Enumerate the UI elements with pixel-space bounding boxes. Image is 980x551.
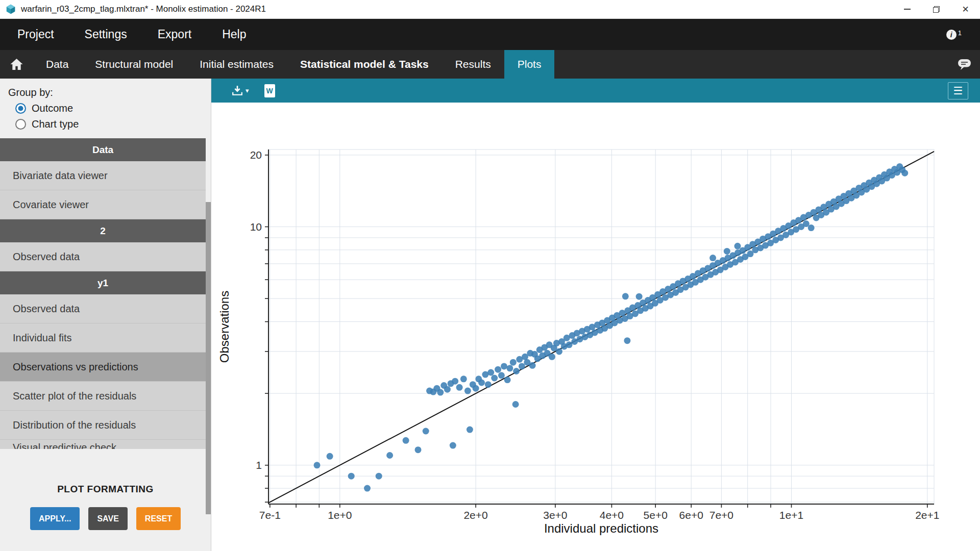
plot-formatting-buttons: APPLY...SAVERESET (0, 507, 211, 530)
scatter-point (456, 384, 463, 391)
sidebar-item-label: Covariate viewer (13, 199, 89, 211)
scatter-point (501, 363, 507, 369)
sidebar-item-label: Visual predictive check (13, 442, 116, 449)
scatter-point (464, 388, 471, 394)
apply-button[interactable]: APPLY... (30, 507, 80, 530)
window-title: warfarin_r03_2cmp_tlag.mlxtran* - Monoli… (21, 4, 266, 14)
radio-label: Chart type (32, 118, 79, 130)
home-tab[interactable] (0, 50, 33, 79)
content: Group by: OutcomeChart type DataBivariat… (0, 79, 980, 551)
tab-items: DataStructural modelInitial estimatesSta… (33, 50, 554, 79)
scatter-point (622, 293, 629, 299)
scatter-point (444, 386, 451, 393)
scatter-point (485, 381, 492, 388)
monolix-logo-icon (5, 4, 16, 15)
scatter-point (327, 453, 333, 460)
word-export-button[interactable]: W (264, 84, 275, 97)
save-button[interactable]: SAVE (88, 507, 127, 530)
sidebar-scrollbar[interactable] (206, 202, 211, 514)
scatter-point (512, 401, 519, 408)
scatter-point (549, 354, 555, 360)
download-button[interactable]: ▾ (232, 85, 249, 96)
info-badge: 1 (958, 30, 962, 36)
scatter-point (624, 337, 630, 344)
x-tick-label: 2e+0 (463, 509, 487, 521)
close-icon: ✕ (962, 4, 969, 15)
scatter-point (498, 372, 505, 379)
scatter-point (423, 428, 429, 435)
download-icon (232, 85, 243, 96)
group-by-radios: OutcomeChart type (8, 98, 211, 130)
scatter-point (460, 375, 467, 382)
sidebar-item-covariate-viewer[interactable]: Covariate viewer (0, 190, 206, 219)
window-controls: ✕ (893, 0, 980, 18)
plot-toolbar: ▾ W ☰ (211, 79, 980, 103)
menu-item-settings[interactable]: Settings (85, 28, 127, 41)
tab-statistical-model-tasks[interactable]: Statistical model & Tasks (287, 50, 442, 79)
tab-plots[interactable]: Plots (504, 50, 555, 79)
sidebar-item-observations-vs-predictions[interactable]: Observations vs predictions (0, 353, 206, 382)
radio-chart-type[interactable]: Chart type (8, 114, 211, 130)
dropdown-caret-icon: ▾ (246, 87, 249, 94)
sidebar-item-observed-data[interactable]: Observed data (0, 242, 206, 271)
scatter-point (386, 452, 393, 459)
sidebar-item-observed-data[interactable]: Observed data (0, 294, 206, 323)
sidebar-item-distribution-of-the-residuals[interactable]: Distribution of the residuals (0, 411, 206, 440)
y-tick-label: 10 (250, 221, 262, 233)
sidebar-item-bivariate-data-viewer[interactable]: Bivariate data viewer (0, 161, 206, 190)
y-axis-title: Observations (217, 291, 231, 363)
observations-vs-predictions-chart: 7e-11e+02e+03e+04e+05e+06e+07e+01e+12e+1… (211, 103, 979, 551)
menu-item-help[interactable]: Help (222, 28, 246, 41)
chat-icon (958, 59, 971, 70)
scatter-point (808, 224, 815, 231)
scatter-point (901, 170, 908, 177)
restore-button[interactable] (922, 0, 951, 18)
x-tick-label: 1e+1 (779, 509, 803, 521)
titlebar: warfarin_r03_2cmp_tlag.mlxtran* - Monoli… (0, 0, 980, 19)
scatter-point (452, 378, 458, 385)
tab-results[interactable]: Results (442, 50, 504, 79)
scatter-point (556, 348, 562, 355)
minimize-button[interactable] (893, 0, 922, 18)
section-header-data: Data (0, 138, 206, 161)
chat-button[interactable] (948, 50, 980, 79)
reset-button[interactable]: RESET (136, 507, 181, 530)
sidebar-item-individual-fits[interactable]: Individual fits (0, 323, 206, 353)
sidebar-item-scatter-plot-of-the-residuals[interactable]: Scatter plot of the residuals (0, 382, 206, 411)
sidebar-item-label: Individual fits (13, 332, 72, 344)
scatter-point (724, 248, 730, 255)
tab-data[interactable]: Data (33, 50, 82, 79)
scatter-point (495, 366, 501, 373)
tab-structural-model[interactable]: Structural model (82, 50, 186, 79)
close-button[interactable]: ✕ (951, 0, 980, 18)
scatter-point (487, 369, 494, 376)
scatter-point (450, 442, 456, 449)
x-tick-label: 2e+1 (915, 509, 939, 521)
scatter-point (519, 363, 525, 369)
info-icon: i (946, 30, 957, 40)
plot-region: 7e-11e+02e+03e+04e+05e+06e+07e+01e+12e+1… (211, 103, 980, 551)
hamburger-menu-icon: ☰ (953, 85, 963, 96)
scatter-point (437, 389, 444, 396)
group-by-block: Group by: OutcomeChart type (0, 79, 211, 130)
sidebar-item-label: Bivariate data viewer (13, 170, 108, 182)
x-axis-title: Individual predictions (544, 521, 658, 535)
scatter-point (504, 377, 511, 383)
group-by-label: Group by: (8, 87, 211, 98)
scatter-point (513, 368, 520, 374)
radio-label: Outcome (32, 103, 73, 114)
scatter-point (510, 359, 517, 366)
radio-outcome[interactable]: Outcome (8, 98, 211, 114)
sidebar-item-visual-predictive-check[interactable]: Visual predictive check (0, 440, 206, 449)
menu-item-export[interactable]: Export (158, 28, 191, 41)
plot-formatting-panel: PLOT FORMATTING APPLY...SAVERESET (0, 482, 211, 551)
tabbar: DataStructural modelInitial estimatesSta… (0, 50, 980, 79)
chart-menu-button[interactable]: ☰ (948, 82, 968, 99)
tab-initial-estimates[interactable]: Initial estimates (186, 50, 287, 79)
info-button[interactable]: i 1 (946, 30, 962, 40)
scatter-point (415, 446, 422, 453)
radio-icon (15, 119, 26, 130)
x-tick-label: 6e+0 (679, 509, 703, 521)
scatter-point (348, 473, 355, 480)
menu-item-project[interactable]: Project (17, 28, 54, 41)
